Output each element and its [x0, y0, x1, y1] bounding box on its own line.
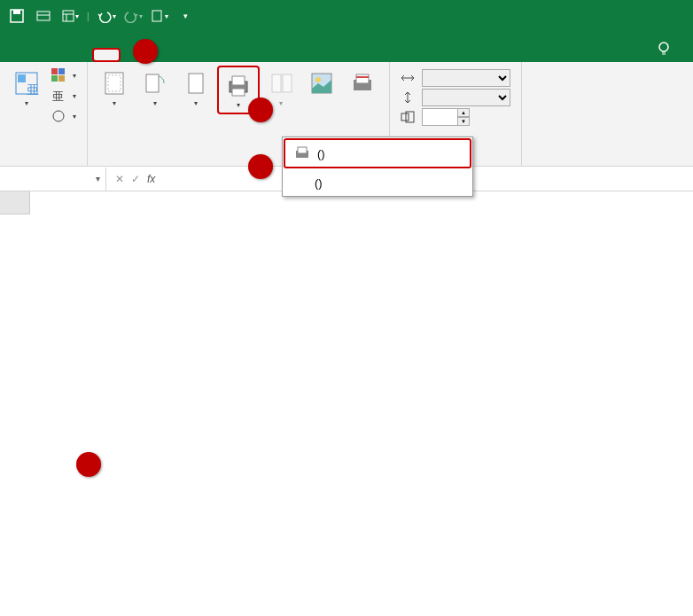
redo-button[interactable]: ▾ [123, 6, 143, 26]
colors-icon [51, 68, 66, 82]
colors-button[interactable]: ▾ [48, 66, 80, 85]
svg-rect-20 [105, 73, 123, 94]
qat-customize-button[interactable]: ▾ [176, 6, 196, 26]
orientation-icon [141, 69, 169, 97]
svg-rect-22 [146, 74, 159, 92]
themes-button[interactable]: 亜 ▾ [7, 66, 46, 126]
quick-access-toolbar: ▾ | ▾ ▾ ▾ ▾ [0, 0, 693, 32]
scale-icon [401, 111, 415, 123]
orientation-button[interactable]: ▾ [136, 66, 175, 114]
enter-button[interactable]: ✓ [131, 173, 140, 185]
tab-view[interactable] [209, 51, 234, 62]
qat-button[interactable] [34, 6, 53, 26]
svg-rect-23 [189, 74, 203, 93]
callout-badge-2 [133, 39, 158, 64]
group-label [7, 160, 80, 164]
width-icon [401, 72, 415, 84]
size-button[interactable]: ▾ [176, 66, 215, 114]
cancel-button[interactable]: ✕ [115, 173, 124, 185]
ribbon: 亜 ▾ ▾ 亜▾ ▾ ▾ ▾ ▾ [0, 62, 693, 167]
print-area-icon [294, 145, 310, 161]
chevron-down-icon[interactable]: ▾ [96, 174, 100, 183]
effects-button[interactable]: ▾ [48, 106, 80, 126]
svg-rect-17 [58, 75, 65, 82]
print-titles-button[interactable] [343, 66, 382, 114]
svg-rect-26 [232, 89, 245, 96]
svg-point-8 [659, 43, 668, 51]
fx-button[interactable]: fx [147, 173, 155, 185]
fonts-icon: 亜 [51, 89, 66, 103]
margins-button[interactable]: ▾ [95, 66, 134, 114]
svg-rect-1 [13, 10, 20, 14]
ribbon-tabs [0, 32, 693, 62]
separator: | [87, 12, 90, 21]
svg-rect-32 [356, 74, 369, 83]
tab-insert[interactable] [64, 51, 89, 62]
set-print-area-item[interactable]: () [284, 138, 471, 168]
print-titles-icon [348, 69, 377, 97]
print-area-icon [224, 71, 253, 99]
svg-rect-28 [283, 74, 292, 92]
svg-point-30 [315, 77, 321, 82]
tab-file[interactable] [7, 51, 32, 62]
margins-icon [100, 69, 128, 97]
svg-rect-25 [232, 76, 245, 85]
tab-developer[interactable] [237, 51, 262, 62]
svg-text:亜: 亜 [52, 90, 64, 103]
tell-me-search[interactable] [647, 35, 686, 62]
svg-rect-15 [58, 68, 65, 74]
save-button[interactable] [7, 6, 27, 26]
qat-button[interactable]: ▾ [60, 6, 80, 26]
svg-text:亜: 亜 [27, 82, 39, 96]
callout-badge-1 [76, 452, 101, 477]
callout-badge-4 [248, 154, 273, 179]
height-icon [401, 91, 415, 104]
svg-rect-2 [37, 12, 50, 20]
width-select[interactable] [422, 69, 510, 87]
scale-spinner[interactable]: ▲▼ [422, 108, 471, 126]
background-icon [308, 69, 336, 97]
themes-icon: 亜 [12, 69, 41, 97]
svg-rect-27 [272, 74, 281, 92]
ribbon-group-themes: 亜 ▾ ▾ 亜▾ ▾ [0, 62, 88, 166]
qat-button[interactable]: ▾ [150, 6, 169, 26]
tab-page-layout[interactable] [92, 48, 121, 62]
name-box[interactable]: ▾ [0, 168, 106, 191]
svg-rect-39 [298, 147, 307, 153]
svg-point-19 [53, 111, 64, 121]
effects-icon [51, 109, 66, 123]
tab-home[interactable] [35, 51, 60, 62]
lightbulb-icon [656, 41, 672, 57]
svg-rect-16 [51, 75, 58, 82]
size-icon [182, 69, 210, 97]
tab-review[interactable] [181, 51, 206, 62]
svg-rect-4 [63, 11, 74, 21]
svg-rect-7 [152, 11, 161, 21]
clear-print-area-item[interactable]: () [283, 169, 472, 196]
svg-rect-36 [401, 113, 409, 121]
callout-badge-3 [248, 97, 273, 122]
undo-button[interactable]: ▾ [97, 6, 116, 26]
svg-rect-14 [51, 68, 58, 74]
fonts-button[interactable]: 亜▾ [48, 86, 80, 105]
height-select[interactable] [422, 89, 510, 106]
background-button[interactable] [302, 66, 341, 114]
svg-rect-12 [18, 74, 26, 82]
select-all-corner[interactable] [0, 191, 30, 214]
spreadsheet-grid [0, 191, 693, 616]
breaks-icon [267, 69, 295, 97]
print-area-dropdown: () () [282, 136, 473, 197]
